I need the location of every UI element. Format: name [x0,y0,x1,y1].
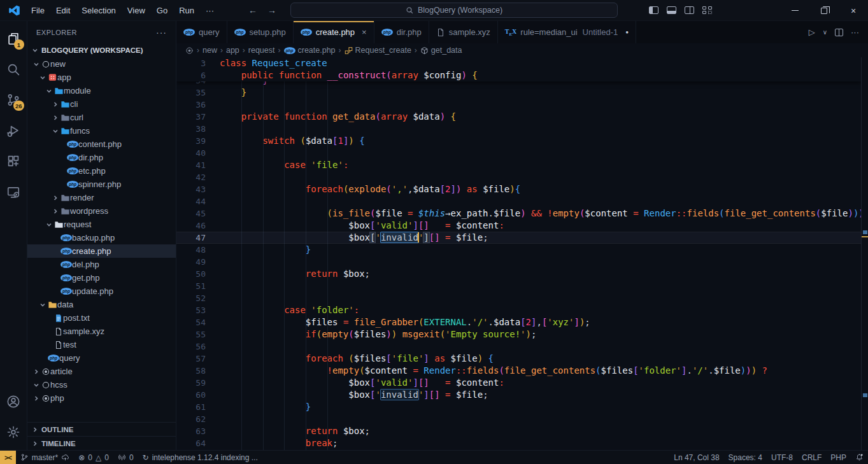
sticky-line[interactable]: 3class Request_create [176,57,861,69]
overview-ruler[interactable] [861,57,868,450]
tree-item-article[interactable]: article [27,365,176,378]
tree-item-del-php[interactable]: phpdel.php [27,258,176,271]
remote-indicator[interactable]: >< [0,451,16,464]
tab-query[interactable]: phpquery [176,21,227,43]
code-line[interactable]: 44 [176,195,861,207]
toggle-panel-icon[interactable] [667,6,676,14]
eol[interactable]: CRLF [797,451,826,464]
workspace-section-header[interactable]: BLOGQUERY (WORKSPACE) [27,43,176,57]
activity-run-debug[interactable] [0,115,27,146]
menu-item-[interactable]: ··· [200,0,220,21]
code-line[interactable]: 62 [176,413,861,425]
code-line[interactable]: 61 } [176,401,861,413]
close-button[interactable]: × [839,0,868,21]
breadcrumb-item-new[interactable]: new [203,46,217,55]
code-line[interactable]: 45 (is_file($file = $this→ex_path.$file)… [176,207,861,220]
breadcrumb-item-create-php[interactable]: phpcreate.php [284,46,336,55]
code-line[interactable]: 60 $box['invalid'][] = $file; [176,389,861,401]
tab-create-php[interactable]: phpcreate.php× [294,21,374,43]
activity-extensions[interactable] [0,146,27,176]
code-line[interactable]: 42 [176,171,861,183]
tree-item-php[interactable]: php [27,391,176,405]
tree-item-funcs[interactable]: funcs [27,124,176,137]
code-editor[interactable]: 34 }35 }3637 private function get_data(a… [176,57,868,450]
branch-status[interactable]: master* [16,451,74,464]
activity-account[interactable] [0,386,27,417]
cursor-position[interactable]: Ln 47, Col 38 [669,451,723,464]
activity-search[interactable] [0,54,27,85]
restore-button[interactable] [809,0,839,21]
code-line[interactable]: 57 foreach ($files['file'] as $file) { [176,353,861,365]
code-line[interactable]: 47 $box['invalid'][] = $file; [176,232,861,244]
breadcrumb-item-get_data[interactable]: get_data [420,46,462,55]
breadcrumb-item-Request_create[interactable]: Request_create [345,46,411,55]
menu-item-go[interactable]: Go [151,0,173,21]
outline-section[interactable]: OUTLINE [27,422,176,436]
code-line[interactable]: 48 } [176,244,861,256]
code-line[interactable]: 35 } [176,87,861,99]
tree-item-etc-php[interactable]: phpetc.php [27,164,176,178]
tab-sample-xyz[interactable]: sample.xyz [429,21,498,43]
code-line[interactable]: 58 !empty($content = Render::fields(file… [176,365,861,377]
customize-layout-icon[interactable] [702,6,712,14]
code-line[interactable]: 52 [176,292,861,304]
indentation[interactable]: Spaces: 4 [724,451,767,464]
code-line[interactable]: 37 private function get_data(array $data… [176,111,861,123]
back-button[interactable]: ← [248,5,257,15]
code-line[interactable]: 55 if(empty($files)) msgexit('Empty sour… [176,328,861,341]
activity-explorer[interactable]: 1 [0,24,27,54]
code-line[interactable]: 64 break; [176,437,861,449]
menu-item-file[interactable]: File [25,0,50,21]
tree-item-cli[interactable]: cli [27,97,176,111]
tree-item-module[interactable]: module [27,84,176,97]
tree-item-backup-php[interactable]: phpbackup.php [27,231,176,244]
code-line[interactable]: 56 [176,341,861,353]
code-line[interactable]: 49 [176,256,861,268]
ports-status[interactable]: 0 [113,451,138,464]
tree-item-data[interactable]: data [27,298,176,311]
tree-item-content-php[interactable]: phpcontent.php [27,137,176,151]
code-line[interactable]: 51 [176,280,861,292]
tree-item-update-php[interactable]: phpupdate.php [27,285,176,298]
tab-close-icon[interactable]: × [362,27,367,37]
tree-item-new[interactable]: new [27,57,176,71]
run-dropdown-icon[interactable]: ∨ [823,29,827,36]
activity-source-control[interactable]: 26 [0,85,27,115]
tree-item-get-php[interactable]: phpget.php [27,271,176,285]
code-line[interactable]: 63 return $box; [176,425,861,437]
menu-item-view[interactable]: View [122,0,151,21]
tree-item-request[interactable]: request [27,218,176,231]
code-line[interactable]: 38 [176,123,861,135]
tab-setup-php[interactable]: phpsetup.php [227,21,294,43]
run-button[interactable]: ▷ [809,27,815,37]
tree-item-dir-php[interactable]: phpdir.php [27,151,176,164]
code-line[interactable]: 39 switch ($data[1]) { [176,135,861,147]
tree-item-wordpress[interactable]: wordpress [27,204,176,218]
code-line[interactable]: 50 return $box; [176,268,861,280]
tree-item-create-php[interactable]: phpcreate.php [27,244,176,258]
explorer-more-actions[interactable]: ··· [156,27,167,38]
toggle-secondary-sidebar-icon[interactable] [685,6,694,14]
code-line[interactable]: 41 case 'file': [176,159,861,171]
tree-item-spinner-php[interactable]: phpspinner.php [27,178,176,191]
encoding[interactable]: UTF-8 [767,451,797,464]
code-line[interactable]: 54 $files = file_Grabber(EXTERNAL.'/'.$d… [176,316,861,328]
tree-item-test[interactable]: test [27,338,176,351]
tree-item-hcss[interactable]: hcss [27,378,176,391]
language-mode[interactable]: PHP [826,451,851,464]
code-line[interactable]: 36 [176,99,861,111]
minimize-button[interactable] [780,0,809,21]
code-line[interactable]: 53 case 'folder': [176,304,861,316]
language-server-status[interactable]: ↻intelephense 1.12.4 indexing ... [138,451,262,464]
tree-item-curl[interactable]: curl [27,111,176,124]
tree-item-post-txt[interactable]: post.txt [27,311,176,325]
notifications[interactable] [851,451,868,464]
tree-item-app[interactable]: app [27,71,176,84]
activity-settings[interactable] [0,417,27,447]
tree-item-query[interactable]: phpquery [27,351,176,365]
code-line[interactable]: 43 foreach(explode(',',$data[2]) as $fil… [176,183,861,195]
split-editor-icon[interactable] [835,29,843,36]
command-center[interactable]: BlogQuery (Workspace) [290,3,618,18]
timeline-section[interactable]: TIMELINE [27,436,176,450]
code-line[interactable]: 46 $box['valid'][] = $content: [176,220,861,232]
